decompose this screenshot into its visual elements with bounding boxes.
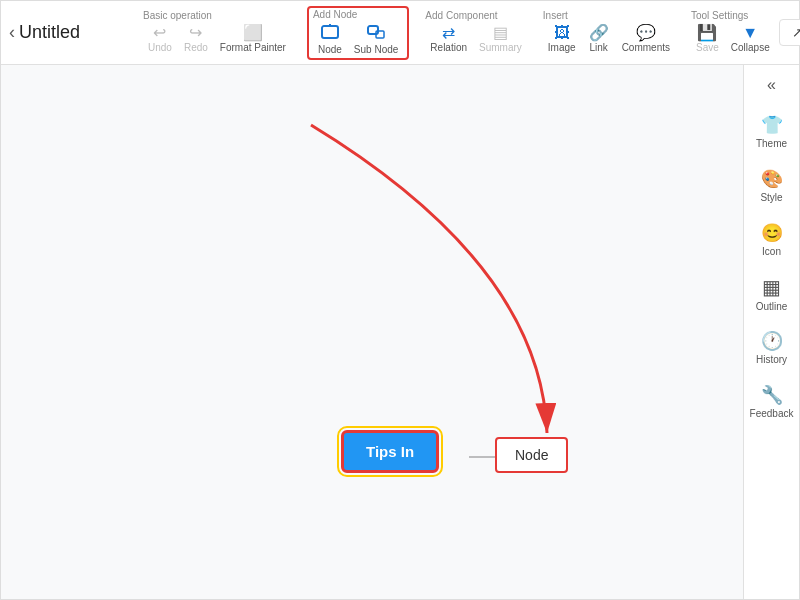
- collapse-label: Collapse: [731, 42, 770, 53]
- history-icon: 🕐: [761, 330, 783, 352]
- main-area: Tips In Node « 👕 Theme 🎨 Style 😊 Icon: [1, 65, 799, 599]
- format-painter-label: Format Painter: [220, 42, 286, 53]
- basic-op-label: Basic operation: [143, 10, 212, 21]
- share-button[interactable]: ↗ Share: [779, 19, 800, 46]
- undo-label: Undo: [148, 42, 172, 53]
- toolbar-group-tool-settings: Tool Settings 💾 Save ▼ Collapse: [691, 10, 775, 55]
- tool-settings-items: 💾 Save ▼ Collapse: [691, 23, 775, 55]
- feedback-label: Feedback: [750, 408, 794, 419]
- app-container: ‹ Untitled Basic operation ↩ Undo ↪ Redo…: [0, 0, 800, 600]
- feedback-icon: 🔧: [761, 384, 783, 406]
- save-label: Save: [696, 42, 719, 53]
- image-label: Image: [548, 42, 576, 53]
- format-painter-button[interactable]: ⬜ Format Painter: [215, 23, 291, 55]
- insert-label: Insert: [543, 10, 568, 21]
- back-icon: ‹: [9, 22, 15, 43]
- collapse-button[interactable]: ▼ Collapse: [726, 23, 775, 55]
- connector-svg: [1, 65, 743, 599]
- comments-icon: 💬: [636, 25, 656, 41]
- comments-button[interactable]: 💬 Comments: [617, 23, 675, 55]
- redo-button[interactable]: ↪ Redo: [179, 23, 213, 55]
- sub-node-icon: [367, 24, 385, 43]
- svg-rect-0: [322, 26, 338, 38]
- back-button[interactable]: ‹: [9, 19, 15, 47]
- toolbar-group-basic: Basic operation ↩ Undo ↪ Redo ⬜ Format P…: [143, 10, 291, 55]
- link-label: Link: [589, 42, 607, 53]
- insert-items: 🖼 Image 🔗 Link 💬 Comments: [543, 23, 675, 55]
- toolbar-group-add-node: Add Node Node Sub Node: [307, 6, 409, 60]
- save-button[interactable]: 💾 Save: [691, 23, 724, 55]
- redo-icon: ↪: [189, 25, 202, 41]
- summary-label: Summary: [479, 42, 522, 53]
- toolbar: ‹ Untitled Basic operation ↩ Undo ↪ Redo…: [1, 1, 799, 65]
- toolbar-group-insert: Insert 🖼 Image 🔗 Link 💬 Comments: [543, 10, 675, 55]
- relation-icon: ⇄: [442, 25, 455, 41]
- toolbar-group-add-component: Add Component ⇄ Relation ▤ Summary: [425, 10, 527, 55]
- canvas-content: Tips In Node: [1, 65, 743, 599]
- style-label: Style: [760, 192, 782, 203]
- summary-icon: ▤: [493, 25, 508, 41]
- collapse-icon: ▼: [742, 25, 758, 41]
- tool-settings-label: Tool Settings: [691, 10, 748, 21]
- outline-icon: ▦: [762, 275, 781, 299]
- node-icon: [321, 24, 339, 43]
- summary-button[interactable]: ▤ Summary: [474, 23, 527, 55]
- redo-label: Redo: [184, 42, 208, 53]
- history-label: History: [756, 354, 787, 365]
- right-sidebar: « 👕 Theme 🎨 Style 😊 Icon ▦ Outline 🕐 His…: [743, 65, 799, 599]
- sidebar-collapse-button[interactable]: «: [752, 69, 792, 101]
- tips-in-node[interactable]: Tips In: [341, 430, 439, 473]
- canvas-area[interactable]: Tips In Node: [1, 65, 743, 599]
- add-sub-node-button[interactable]: Sub Node: [349, 22, 403, 57]
- collapse-sidebar-icon: «: [767, 76, 776, 94]
- relation-label: Relation: [430, 42, 467, 53]
- icon-label: Icon: [762, 246, 781, 257]
- sub-node-btn-label: Sub Node: [354, 44, 398, 55]
- tool-actions: ↗ Share ⬛ Export: [779, 19, 800, 46]
- add-node-button[interactable]: Node: [313, 22, 347, 57]
- comments-label: Comments: [622, 42, 670, 53]
- basic-op-items: ↩ Undo ↪ Redo ⬜ Format Painter: [143, 23, 291, 55]
- undo-icon: ↩: [153, 25, 166, 41]
- icon-icon: 😊: [761, 222, 783, 244]
- link-icon: 🔗: [589, 25, 609, 41]
- add-component-label: Add Component: [425, 10, 497, 21]
- theme-label: Theme: [756, 138, 787, 149]
- relation-button[interactable]: ⇄ Relation: [425, 23, 472, 55]
- save-icon: 💾: [697, 25, 717, 41]
- theme-icon: 👕: [761, 114, 783, 136]
- style-icon: 🎨: [761, 168, 783, 190]
- format-painter-icon: ⬜: [243, 25, 263, 41]
- add-node-items: Node Sub Node: [313, 22, 403, 57]
- doc-title[interactable]: Untitled: [19, 22, 119, 43]
- sidebar-item-history[interactable]: 🕐 History: [748, 321, 796, 373]
- node-btn-label: Node: [318, 44, 342, 55]
- image-icon: 🖼: [554, 25, 570, 41]
- sidebar-item-theme[interactable]: 👕 Theme: [748, 105, 796, 157]
- undo-button[interactable]: ↩ Undo: [143, 23, 177, 55]
- link-button[interactable]: 🔗 Link: [583, 23, 615, 55]
- share-icon: ↗: [792, 25, 800, 40]
- sidebar-item-style[interactable]: 🎨 Style: [748, 159, 796, 211]
- add-component-items: ⇄ Relation ▤ Summary: [425, 23, 527, 55]
- add-node-label: Add Node: [313, 9, 357, 20]
- outline-label: Outline: [756, 301, 788, 312]
- sidebar-item-outline[interactable]: ▦ Outline: [748, 267, 796, 319]
- annotation-arrow-svg: [1, 65, 743, 599]
- image-button[interactable]: 🖼 Image: [543, 23, 581, 55]
- sidebar-item-feedback[interactable]: 🔧 Feedback: [748, 375, 796, 427]
- sidebar-item-icon[interactable]: 😊 Icon: [748, 213, 796, 265]
- sub-node-box[interactable]: Node: [495, 437, 568, 473]
